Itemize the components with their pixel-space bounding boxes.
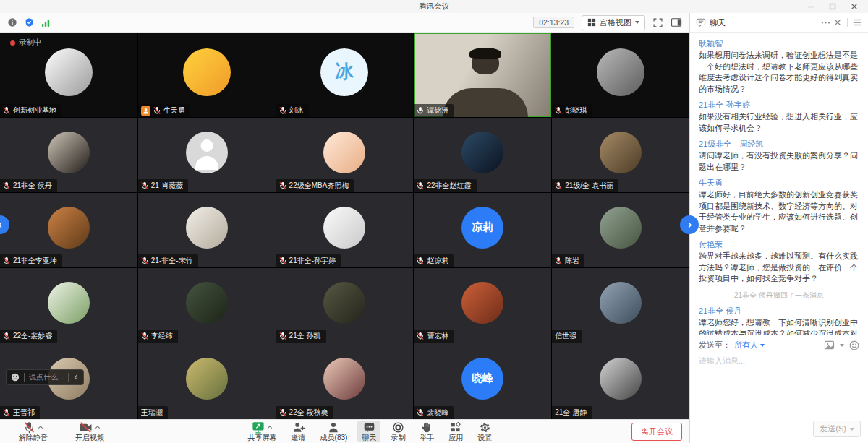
mic-status-icon <box>279 257 286 265</box>
participant-tile[interactable]: 谭铭洲 <box>414 33 551 117</box>
chevron-up-icon[interactable] <box>95 425 101 429</box>
participant-tile[interactable]: 晓峰 裴晓峰 <box>414 343 551 419</box>
participant-name: 赵凉莉 <box>427 256 448 266</box>
members-button[interactable]: 成员(83) <box>316 421 352 443</box>
meeting-info-icon[interactable] <box>7 17 17 27</box>
participant-label: 21级/全-袁书丽 <box>552 179 618 192</box>
share-screen-button[interactable]: 共享屏幕 <box>244 421 281 443</box>
participant-tile[interactable]: 冰 刘冰 <box>276 33 414 117</box>
invite-button[interactable]: 邀请 <box>287 421 310 443</box>
collapse-chevron-icon[interactable] <box>73 374 79 380</box>
participant-tile[interactable]: 王瑞灏 <box>138 343 276 419</box>
participant-tile[interactable]: 李经纬 <box>138 268 276 343</box>
chat-message: 21非全-孙宇婷 如果没有相关行业经验，想进入相关行业，应该如何寻求机会？ <box>699 100 859 134</box>
apps-button[interactable]: 应用 <box>444 421 467 443</box>
security-shield-icon[interactable] <box>25 17 34 27</box>
participant-label: 21非全 侯丹 <box>0 179 57 192</box>
participant-avatar <box>48 282 90 324</box>
chat-label: 聊天 <box>362 434 376 442</box>
close-window-button[interactable] <box>843 0 865 13</box>
participant-avatar <box>183 48 231 96</box>
participant-tile[interactable]: 牛天勇 <box>138 33 276 117</box>
start-video-label: 开启视频 <box>75 434 104 442</box>
emoji-picker-icon[interactable] <box>849 340 859 350</box>
participant-avatar <box>48 132 90 173</box>
sidebar-layout-icon[interactable] <box>671 17 682 27</box>
start-video-button[interactable]: 开启视频 <box>71 421 109 443</box>
participant-name: 22全 段秋爽 <box>289 408 328 418</box>
next-page-button[interactable] <box>680 215 699 234</box>
hand-badge-icon <box>141 106 150 116</box>
chat-more-options-icon[interactable] <box>821 21 830 25</box>
chat-text: 谭老师好，目前绝大多数的创新创业竞赛获奖项目都是围绕新技术、数字经济等方向的。对… <box>699 189 859 234</box>
chat-close-icon[interactable] <box>834 19 841 26</box>
mic-status-icon <box>417 332 424 340</box>
leave-meeting-button[interactable]: 离开会议 <box>631 423 682 441</box>
view-mode-button[interactable]: 宫格视图 <box>582 15 645 30</box>
participant-tile[interactable]: 信世强 <box>552 268 689 343</box>
send-to-label: 发送至： <box>699 340 731 350</box>
participant-tile[interactable]: 陈岩 <box>552 193 689 267</box>
participant-tile[interactable]: 21级/全-袁书丽 <box>552 118 689 192</box>
chat-panel-header: 聊天 <box>690 13 868 33</box>
send-to-selector[interactable]: 所有人 <box>734 340 765 350</box>
chat-system-message: 21非全 侯丹撤回了一条消息 <box>699 291 859 301</box>
mic-status-icon <box>141 332 148 340</box>
share-screen-icon <box>252 421 265 434</box>
chat-message-list[interactable]: 耿颖智 如果想用问卷法来调研，验证创业想法是不是一个好的想法时，想请教下老师更应… <box>690 33 868 335</box>
participant-tile[interactable]: 曹宏林 <box>414 268 551 343</box>
participant-tile[interactable]: 凉莉 赵凉莉 <box>414 193 551 267</box>
participant-tile[interactable]: 22级全MBA齐照梅 <box>276 118 414 192</box>
participant-avatar <box>45 48 93 96</box>
participant-tile[interactable]: 21全 孙凯 <box>276 268 414 343</box>
participant-tile[interactable]: 21-肖薇薇 <box>138 118 276 192</box>
meeting-window: 腾讯会议 <box>0 0 868 443</box>
participant-name: 21非全李亚坤 <box>13 256 57 266</box>
participant-tile[interactable]: 彭晓琪 <box>552 33 689 117</box>
chat-button[interactable]: 聊天 <box>357 421 380 443</box>
participant-name: 21级/全-袁书丽 <box>565 181 613 191</box>
record-button[interactable]: 录制 <box>386 421 409 443</box>
participant-avatar: 冰 <box>320 48 368 96</box>
raise-hand-button[interactable]: 举手 <box>415 421 438 443</box>
panel-menu-icon[interactable] <box>854 19 862 26</box>
participant-tile[interactable]: 21全-唐静 <box>552 343 689 419</box>
participant-name: 22全-裴妙睿 <box>13 331 52 341</box>
participant-avatar <box>186 282 228 324</box>
participant-avatar <box>600 282 642 324</box>
mic-status-icon <box>555 257 562 265</box>
chat-message-input[interactable] <box>690 355 868 366</box>
window-controls <box>800 0 865 13</box>
maximize-button[interactable] <box>822 0 843 13</box>
settings-button[interactable]: 设置 <box>473 421 496 443</box>
participant-label: 赵凉莉 <box>414 254 454 267</box>
participant-avatar <box>323 207 365 249</box>
participant-label: 21全 孙凯 <box>276 330 326 343</box>
chevron-up-icon[interactable] <box>38 425 43 429</box>
chevron-down-icon[interactable] <box>840 344 844 347</box>
mic-status-icon <box>555 106 562 115</box>
chat-message: 耿颖智 如果想用问卷法来调研，验证创业想法是不是一个好的想法时，想请教下老师更应… <box>699 38 859 95</box>
participant-tile[interactable]: 21非全 侯丹 <box>0 118 137 192</box>
participant-avatar <box>461 282 503 324</box>
mic-status-icon <box>417 106 424 115</box>
participant-name: 21非全-孙宇婷 <box>289 256 336 266</box>
participant-tile[interactable]: 22全-裴妙睿 <box>0 268 137 343</box>
participant-tile[interactable]: 21-非全-宋竹 <box>138 193 276 267</box>
chat-text: 如果没有相关行业经验，想进入相关行业，应该如何寻求机会？ <box>699 111 859 134</box>
chat-text: 请问谭老师，有没有投资失败的案例分享？问题出在哪里？ <box>699 150 859 173</box>
send-message-button[interactable]: 发送(S) <box>813 421 861 437</box>
participant-tile[interactable]: 21非全-孙宇婷 <box>276 193 414 267</box>
participant-label: 王晋祁 <box>0 406 40 419</box>
chevron-up-icon[interactable] <box>267 425 273 429</box>
minimize-button[interactable] <box>800 0 822 13</box>
participant-tile[interactable]: 21非全李亚坤 <box>0 193 137 267</box>
participant-label: 牛天勇 <box>138 104 190 117</box>
participant-tile[interactable]: 22全 段秋爽 <box>276 343 414 419</box>
screenshot-icon[interactable] <box>824 340 835 350</box>
quick-chat-bubble[interactable]: 说点什么... <box>6 369 84 385</box>
network-signal-icon[interactable] <box>41 18 51 27</box>
participant-tile[interactable]: 22非全赵红霞 <box>414 118 551 192</box>
unmute-button[interactable]: 解除静音 <box>14 421 52 443</box>
fullscreen-icon[interactable] <box>652 17 663 28</box>
